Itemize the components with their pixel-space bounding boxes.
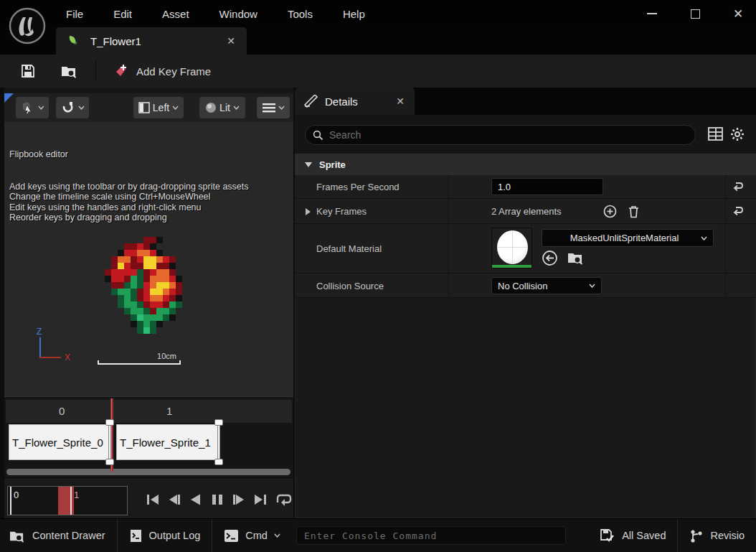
select-tool-button[interactable] [16,97,49,118]
content-drawer-button[interactable]: Content Drawer [0,519,117,552]
viewport-options-button[interactable] [257,97,290,118]
settings-gear-icon[interactable] [730,127,745,141]
go-to-front-button[interactable] [145,487,160,513]
fps-label: Frames Per Second [316,182,400,192]
use-selected-asset-icon[interactable] [542,250,558,266]
menu-tools[interactable]: Tools [283,5,317,23]
add-element-icon[interactable] [603,205,617,218]
collision-source-dropdown[interactable]: No Collision [491,277,602,294]
timeline-scrollbar[interactable] [6,469,290,475]
view-orientation-button[interactable]: Left [133,97,184,118]
menu-file[interactable]: File [62,5,88,23]
display-filter-table-icon[interactable] [708,127,723,141]
play-reverse-button[interactable] [188,487,203,513]
tab-close-icon[interactable]: ✕ [224,34,238,48]
content-drawer-label: Content Drawer [32,530,105,541]
minimize-button[interactable] [644,6,660,22]
save-button[interactable] [13,59,43,83]
keyframe-handle-1[interactable] [214,419,224,465]
menu-edit[interactable]: Edit [109,5,136,23]
material-status-bar [492,265,531,268]
scale-bar: 10cm [98,353,181,365]
rotate-tool-button[interactable] [56,97,89,118]
revision-control-button[interactable]: Revisio [678,519,756,552]
default-material-label: Default Material [316,243,382,254]
terminal-icon [224,529,239,543]
keyframe-block-1[interactable]: T_Flower_Sprite_1 [116,424,219,460]
menu-bar: File Edit Asset Window Tools Help ✕ [0,0,756,27]
timeline-ruler[interactable]: 0 1 [6,400,292,423]
maximize-button[interactable] [687,6,703,22]
material-dropdown[interactable]: MaskedUnlitSpriteMaterial [542,229,714,247]
material-thumbnail[interactable] [491,228,532,268]
instruction-line: Change the timeline scale using Ctrl+Mou… [9,192,249,202]
output-log-icon [129,528,143,543]
collision-source-value: No Collision [498,281,547,291]
details-tab-close-icon[interactable]: ✕ [393,94,407,108]
property-row-collision-source: Collision Source No Collision [295,273,756,298]
sprite-section-label: Sprite [319,159,346,170]
scale-bar-label: 10cm [157,352,176,360]
lit-mode-button[interactable]: Lit [199,97,245,118]
instruction-line: Add keys using the toolbar or by drag-dr… [9,182,249,192]
menu-help[interactable]: Help [339,5,369,23]
details-search-row: Search [295,115,756,154]
go-to-end-button[interactable] [252,487,268,513]
asset-tab-t-flower1[interactable]: T_Flower1 ✕ [56,27,247,55]
loop-button[interactable] [274,487,294,513]
keyframe-handle-0[interactable] [105,419,115,465]
scrub-bar[interactable]: 0 1 [7,486,128,515]
folder-search-icon [60,63,78,79]
unreal-engine-logo-icon[interactable] [9,7,46,45]
branch-icon [689,528,704,543]
close-button[interactable]: ✕ [730,6,746,22]
cmd-label: Cmd [245,530,268,541]
chevron-down-icon [701,236,707,240]
add-key-frame-button[interactable]: Add Key Frame [106,59,218,83]
flower-sprite-preview [105,237,189,334]
all-saved-label: All Saved [622,530,666,541]
fps-revert-icon[interactable] [732,181,744,192]
scrub-playhead-line [70,487,72,515]
keyframe-block-0[interactable]: T_Flower_Sprite_0 [9,424,110,460]
flipbook-timeline: 0 1 T_Flower_Sprite_0 T_Flower_Sprite_1 [4,396,293,477]
step-backward-button[interactable] [166,487,181,513]
search-icon [313,130,323,141]
fps-input[interactable]: 1.0 [491,178,603,195]
output-log-button[interactable]: Output Log [118,519,212,552]
console-command-input[interactable]: Enter Console Command [296,526,566,545]
scrub-start-label: 0 [14,490,19,500]
ruler-tick-0: 0 [59,405,65,417]
browse-to-asset-button[interactable] [53,59,85,83]
pause-button[interactable] [209,487,225,513]
left-view-icon [138,102,150,113]
details-panel: Details ✕ Search [295,88,756,518]
all-saved-button[interactable]: All Saved [587,519,677,552]
cmd-button[interactable]: Cmd [212,519,292,552]
scrub-playhead-label: 1 [74,490,79,500]
z-axis-line [39,337,41,357]
keyframe-label-0: T_Flower_Sprite_0 [9,436,103,449]
flipbook-asset-icon [67,34,83,48]
expand-triangle-icon[interactable] [306,208,311,215]
details-tab[interactable]: Details ✕ [295,88,415,115]
menu-window[interactable]: Window [215,5,262,23]
panel-focus-indicator [4,93,14,103]
key-frames-revert-icon[interactable] [732,205,744,216]
viewport-canvas[interactable]: Flipbook editor Add keys using the toolb… [4,122,293,396]
axis-gizmo: Z X [32,329,82,372]
instructions-title: Flipbook editor [9,149,249,160]
add-key-frame-label: Add Key Frame [136,65,211,78]
menu-asset[interactable]: Asset [158,5,194,23]
step-forward-button[interactable] [231,487,246,513]
hamburger-menu-icon [263,103,275,113]
browse-to-material-icon[interactable] [567,250,585,266]
sprite-section-header[interactable]: Sprite [295,154,756,175]
details-tab-bar: Details ✕ [295,88,756,115]
keyframe-label-1: T_Flower_Sprite_1 [117,436,211,449]
material-dropdown-value: MaskedUnlitSpriteMaterial [570,233,679,243]
search-input[interactable]: Search [305,125,696,145]
delete-elements-trash-icon[interactable] [628,205,640,218]
content-drawer-icon [9,528,26,543]
collapse-triangle-icon [305,162,312,167]
